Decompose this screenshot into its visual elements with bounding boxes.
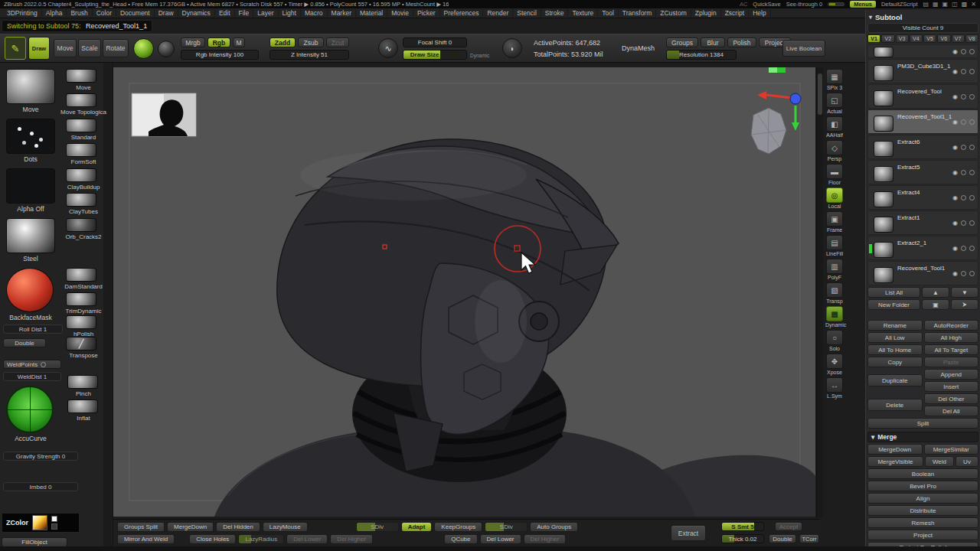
see-through-slider[interactable] <box>828 2 844 6</box>
menu-item[interactable]: Material <box>356 9 387 17</box>
delete-button[interactable]: Delete <box>867 399 923 411</box>
brush-thumb-pinch[interactable] <box>67 375 98 389</box>
v-tab[interactable]: V1 <box>867 34 880 43</box>
shelf-toggle[interactable]: ◎ Local <box>825 187 844 209</box>
shelf-toggle-icon[interactable]: ✥ <box>826 354 843 369</box>
visibility-eye-icon[interactable]: ◉ <box>952 194 958 201</box>
mergesimilar-button[interactable]: MergeSimilar <box>924 444 979 455</box>
welddist-slider[interactable]: WeldDist 1 <box>3 372 61 381</box>
material-thumb-steel[interactable] <box>6 218 55 253</box>
quicksave-button[interactable]: QuickSave <box>753 1 780 8</box>
visibility-eye-icon[interactable]: ◉ <box>952 93 958 100</box>
alpha-icon[interactable]: ◗ <box>502 38 522 58</box>
menu-item[interactable]: Stencil <box>513 9 541 17</box>
brush-thumb-dots[interactable] <box>6 119 55 154</box>
shelf-toggle-icon[interactable]: ◎ <box>826 187 843 203</box>
brush-thumb-move-topological[interactable] <box>66 93 96 107</box>
zcolor-panel[interactable]: ZColor <box>2 513 80 533</box>
scale-button[interactable]: Scale <box>78 39 101 57</box>
copy-button[interactable]: Copy <box>867 357 923 367</box>
shelf-toggle-icon[interactable]: ▧ <box>826 282 843 298</box>
menu-item[interactable]: Brush <box>67 9 92 17</box>
weld-button[interactable]: Weld <box>925 456 954 467</box>
shelf-toggle-icon[interactable]: ▤ <box>826 235 843 250</box>
shelf-toggle[interactable]: ▩ Dynamic <box>825 306 844 328</box>
uv-circle-icon[interactable] <box>969 119 975 125</box>
resolution-slider[interactable]: Resolution 1384 <box>666 50 737 60</box>
polypaint-circle-icon[interactable] <box>961 49 966 54</box>
brush-thumb-hpolish[interactable] <box>66 315 96 329</box>
v-tab[interactable]: V3 <box>896 34 909 43</box>
tcorr-button[interactable]: TCorr <box>799 534 819 543</box>
zadd-button[interactable]: Zadd <box>270 37 296 47</box>
blur-button[interactable]: Blur <box>701 37 725 47</box>
menu-item[interactable]: Texture <box>568 9 598 17</box>
bottom-bar-button[interactable]: MergeDown <box>167 522 214 532</box>
uv-circle-icon[interactable] <box>969 94 975 99</box>
rgb-intensity-slider[interactable]: Rgb Intensity 100 <box>181 50 259 60</box>
window-control-icon[interactable]: ▤ <box>923 1 929 8</box>
menu-item[interactable]: File <box>235 9 254 17</box>
polypaint-circle-icon[interactable] <box>961 195 966 201</box>
append-button[interactable]: Append <box>924 369 979 380</box>
double-button-bottom[interactable]: Double <box>769 534 796 543</box>
menu-item[interactable]: Render <box>483 9 513 17</box>
polish-button[interactable]: Polish <box>727 37 756 47</box>
insert-button[interactable]: Insert <box>924 381 979 392</box>
v-tab[interactable]: V5 <box>923 34 936 43</box>
shelf-toggle-icon[interactable]: ▥ <box>826 259 843 274</box>
menu-item[interactable]: Tool <box>598 9 619 17</box>
subtool-header[interactable]: ▾ Subtool <box>867 11 978 23</box>
window-control-icon[interactable]: ▦ <box>933 1 939 8</box>
z-intensity-slider[interactable]: Z Intensity 51 <box>270 50 349 60</box>
subtool-item-partial[interactable]: ◉ <box>867 44 978 58</box>
menu-item[interactable]: Draw <box>155 9 178 17</box>
subtool-item[interactable]: Extract1 ◉ <box>867 210 978 235</box>
live-boolean-button[interactable]: Live Boolean <box>782 40 825 57</box>
focal-shift-slider[interactable]: Focal Shift 0 <box>403 37 467 47</box>
brush-thumb-move-small[interactable] <box>66 69 96 83</box>
s-smt-slider[interactable]: S Smt 5 <box>721 522 764 531</box>
move-up-button[interactable]: ▲ <box>922 287 949 298</box>
bottom-bar-button[interactable]: Del Lower <box>286 534 328 544</box>
thick-slider[interactable]: Thick 0.02 <box>721 534 764 543</box>
menu-item[interactable]: Zscript <box>721 9 750 17</box>
window-control-icon[interactable]: ▣ <box>942 1 949 8</box>
subtool-item[interactable]: Recovered_Tool1_1 ◉ <box>867 109 978 134</box>
all-high-button[interactable]: All High <box>924 332 979 343</box>
brush-thumb-transpose[interactable]: ╱ <box>66 337 96 350</box>
viewport-canvas[interactable] <box>113 67 815 517</box>
mergevisible-button[interactable]: MergeVisible <box>867 456 923 467</box>
shelf-toggle[interactable]: ▥ PolyF <box>825 259 844 280</box>
gravity-strength-slider[interactable]: Gravity Strength 0 <box>3 452 78 461</box>
visibility-eye-icon[interactable]: ◉ <box>952 270 958 277</box>
mrgb-button[interactable]: Mrgb <box>181 37 205 47</box>
zcut-button[interactable]: Zcut <box>326 37 349 47</box>
menu-item[interactable]: Document <box>116 9 155 17</box>
shelf-toggle-icon[interactable]: ◱ <box>826 93 843 108</box>
new-folder-button[interactable]: New Folder <box>867 299 920 310</box>
menu-item[interactable]: Color <box>93 9 116 17</box>
menu-item[interactable]: 3DPrinting <box>3 9 42 17</box>
window-control-icon[interactable]: ▩ <box>962 1 968 8</box>
autoreorder-button[interactable]: AutoReorder <box>924 320 979 331</box>
menu-item[interactable]: Layer <box>253 9 278 17</box>
menu-item[interactable]: Preferences <box>440 9 484 17</box>
shelf-toggle[interactable]: ▧ Transp <box>825 282 844 304</box>
bevel-pro-button[interactable]: Bevel Pro <box>867 481 978 491</box>
folder-move-icon-button[interactable]: ⮞ <box>951 299 978 310</box>
remesh-button[interactable]: Remesh <box>867 517 978 528</box>
brush-thumb-move[interactable] <box>6 69 55 104</box>
window-control-icon[interactable]: ◫ <box>952 1 958 8</box>
weldpoints-toggle[interactable]: WeldPoints <box>3 360 61 369</box>
window-control-icon[interactable]: ✕ <box>971 1 976 8</box>
menu-item[interactable]: Help <box>749 9 770 17</box>
shelf-toggle-icon[interactable]: ↔ <box>826 377 843 393</box>
bottom-bar-button[interactable]: LazyMouse <box>263 522 308 532</box>
visible-count-slider[interactable]: Visible Count 9 <box>867 23 978 33</box>
v-tab[interactable]: V2 <box>881 34 894 43</box>
subtool-item[interactable]: Extract2_1 ◉ <box>867 236 978 260</box>
canvas-scrollbar[interactable] <box>816 67 823 517</box>
groups-button[interactable]: Groups <box>666 37 698 47</box>
shelf-toggle[interactable]: ◧ AAHalf <box>825 116 844 138</box>
